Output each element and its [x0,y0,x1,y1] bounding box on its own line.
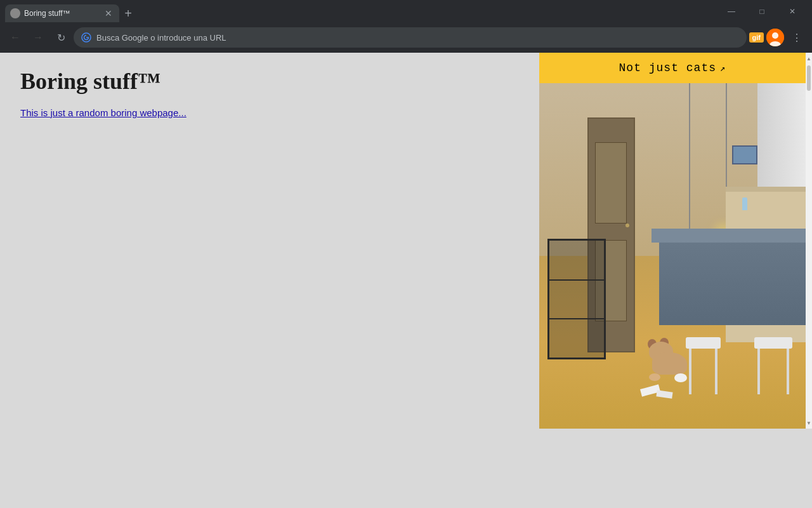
tab-strip: Boring stuff™ ✕ + [5,0,717,22]
not-just-cats-button[interactable]: Not just cats ↗ [539,53,806,83]
popup-panel: Not just cats ↗ [539,53,812,429]
menu-icon: ⋮ [792,32,802,44]
scroll-down-arrow[interactable]: ▼ [806,418,812,427]
titlebar: Boring stuff™ ✕ + — □ ✕ [0,0,812,22]
popup-scrollbar[interactable]: ▲ ▼ [806,53,812,429]
door-panel-top [595,142,627,224]
gif-badge[interactable]: gif [749,32,764,43]
address-bar[interactable]: Busca Google o introduce una URL [74,27,747,48]
wall-decoration [732,145,757,164]
stool-right [754,337,792,394]
popup-content: Not just cats ↗ [539,53,806,429]
svg-point-0 [13,11,18,16]
minimize-button[interactable]: — [717,0,746,22]
door-knob [625,224,629,227]
tab-favicon [10,8,20,18]
close-button[interactable]: ✕ [778,0,807,22]
reload-icon: ↻ [57,32,65,44]
new-tab-button[interactable]: + [119,4,137,22]
dog-crate [547,239,606,359]
forward-icon: → [33,32,43,43]
puppy [646,343,697,387]
tab-label: Boring stuff™ [24,9,99,18]
forward-button[interactable]: → [28,27,48,48]
back-icon: ← [10,32,20,43]
navbar: ← → ↻ Busca Google o introduce una URL g… [0,22,812,53]
room-scene [539,83,806,429]
bottle [742,197,747,210]
window-controls: — □ ✕ [717,0,807,22]
kitchen-island [659,229,806,325]
maximize-button[interactable]: □ [747,0,776,22]
tab-close-button[interactable]: ✕ [103,8,114,19]
svg-point-3 [772,32,778,39]
scroll-thumb[interactable] [807,65,811,91]
reload-button[interactable]: ↻ [51,27,71,48]
scroll-up-arrow[interactable]: ▲ [806,54,812,63]
back-button[interactable]: ← [5,27,25,48]
google-icon [81,32,91,43]
gif-image [539,83,806,429]
active-tab[interactable]: Boring stuff™ ✕ [5,4,119,22]
external-link-icon: ↗ [720,63,726,74]
profile-avatar[interactable] [766,29,784,46]
page-content: Boring stuff™ This is just a random bori… [0,53,812,508]
address-text: Busca Google o introduce una URL [96,33,739,43]
nav-right-controls: gif ⋮ [749,27,807,48]
chrome-menu-button[interactable]: ⋮ [787,27,807,48]
